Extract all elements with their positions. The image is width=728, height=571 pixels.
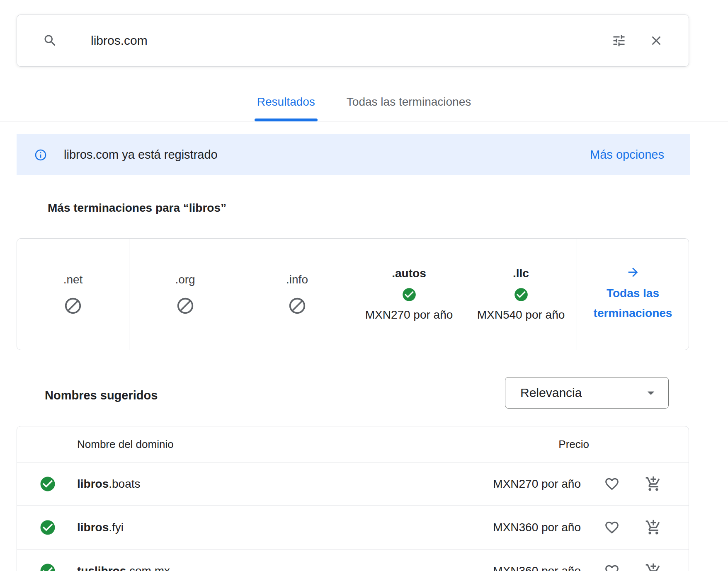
endings-grid: .net .org .info .autos MXN270 por año xyxy=(17,238,689,350)
tab-label: Todas las terminaciones xyxy=(347,95,471,109)
domain-search-bar: libros.com xyxy=(17,15,689,67)
see-all-endings-link[interactable]: Todas las terminaciones xyxy=(577,239,689,350)
available-check-icon xyxy=(39,562,56,571)
suggestions-section-title: Nombres sugeridos xyxy=(45,389,158,402)
tld-label: .net xyxy=(63,273,83,286)
clear-search-button[interactable] xyxy=(647,31,665,50)
domain-name: libros.fyi xyxy=(77,521,469,534)
filter-button[interactable] xyxy=(610,31,628,50)
available-check-icon xyxy=(513,287,529,302)
domain-price: MXN270 por año xyxy=(469,477,593,491)
see-all-line2: terminaciones xyxy=(594,303,672,323)
chevron-down-icon xyxy=(643,385,659,401)
domain-column-header: Nombre del dominio xyxy=(77,438,174,451)
tld-price: MXN270 por año xyxy=(365,308,453,322)
domain-price: MXN360 por año xyxy=(469,521,593,534)
tab-todas-las-terminaciones[interactable]: Todas las terminaciones xyxy=(345,83,473,121)
blocked-icon xyxy=(63,296,83,315)
endings-section-title: Más terminaciones para “libros” xyxy=(48,201,226,215)
add-to-cart-button[interactable] xyxy=(645,563,662,571)
tld-label: .info xyxy=(286,273,308,286)
tld-price: MXN540 por año xyxy=(477,308,565,322)
table-row[interactable]: libros.boats MXN270 por año xyxy=(17,462,689,506)
more-options-link[interactable]: Más opciones xyxy=(590,148,664,162)
table-header-row: Nombre del dominio Precio xyxy=(17,426,689,462)
sort-dropdown[interactable]: Relevancia xyxy=(505,377,669,409)
ending-cell-org[interactable]: .org xyxy=(129,239,241,350)
tld-label: .llc xyxy=(513,267,529,280)
banner-message: libros.com ya está registrado xyxy=(64,148,590,162)
ending-cell-info[interactable]: .info xyxy=(241,239,353,350)
tab-resultados[interactable]: Resultados xyxy=(255,83,317,121)
favorite-button[interactable] xyxy=(604,563,620,571)
ending-cell-net[interactable]: .net xyxy=(17,239,129,350)
results-tab-bar: Resultados Todas las terminaciones xyxy=(0,83,728,121)
ending-cell-llc[interactable]: .llc MXN540 por año xyxy=(465,239,577,350)
price-column-header: Precio xyxy=(558,438,589,451)
arrow-forward-icon xyxy=(626,265,640,279)
favorite-button[interactable] xyxy=(604,520,620,535)
tab-label: Resultados xyxy=(257,95,315,109)
table-row[interactable]: tuslibros.com.mx MXN360 por año xyxy=(17,549,689,571)
table-row[interactable]: libros.fyi MXN360 por año xyxy=(17,506,689,549)
available-check-icon xyxy=(401,287,417,302)
active-tab-underline xyxy=(255,119,318,121)
domain-price: MXN360 por año xyxy=(469,564,593,571)
blocked-icon xyxy=(288,296,307,315)
domain-search-page: libros.com Resultados Todas las terminac… xyxy=(0,0,728,571)
add-to-cart-button[interactable] xyxy=(645,476,662,492)
registered-info-banner: libros.com ya está registrado Más opcion… xyxy=(17,134,690,175)
see-all-line1: Todas las xyxy=(594,283,672,303)
tld-label: .org xyxy=(175,273,195,286)
tune-icon xyxy=(612,33,626,48)
ending-cell-autos[interactable]: .autos MXN270 por año xyxy=(353,239,465,350)
info-icon xyxy=(34,148,47,162)
search-icon xyxy=(43,33,58,48)
suggested-domains-table: Nombre del dominio Precio libros.boats M… xyxy=(17,426,689,571)
search-input[interactable]: libros.com xyxy=(91,34,610,48)
available-check-icon xyxy=(39,475,56,493)
sort-selected-value: Relevancia xyxy=(520,386,643,400)
available-check-icon xyxy=(39,519,56,536)
tld-label: .autos xyxy=(392,267,426,280)
close-icon xyxy=(649,33,664,48)
favorite-button[interactable] xyxy=(604,476,620,492)
blocked-icon xyxy=(176,296,195,315)
domain-name: tuslibros.com.mx xyxy=(77,564,469,571)
domain-name: libros.boats xyxy=(77,477,469,491)
add-to-cart-button[interactable] xyxy=(645,519,662,536)
